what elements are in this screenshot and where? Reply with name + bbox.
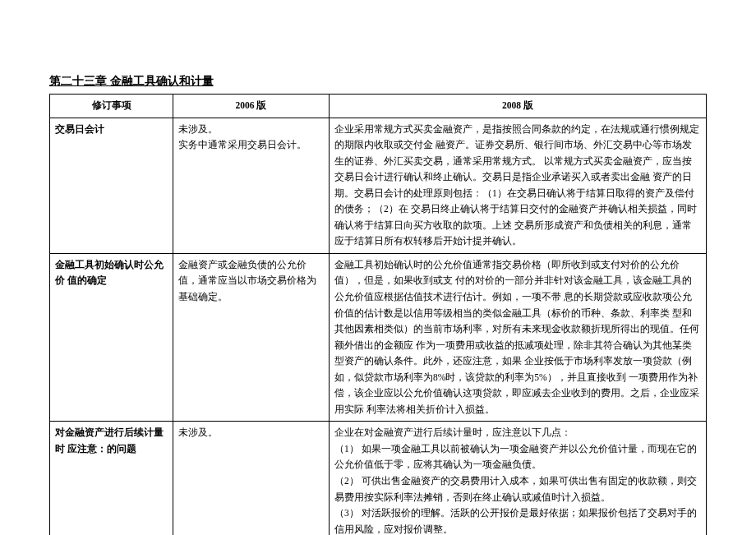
cell-2008: 企业在对金融资产进行后续计量时，应注意以下几点：（1） 如果一项金融工具以前被确… — [330, 422, 707, 535]
cell-2008: 企业采用常规方式买卖金融资产，是指按照合同条款的约定，在法规或通行惯例规定的期限… — [330, 118, 707, 253]
cell-2008: 金融工具初始确认时的公允价值通常指交易价格（即所收到或支付对价的公允价值），但是… — [330, 253, 707, 421]
chapter-heading: 第二十三章 金融工具确认和计量 — [49, 74, 707, 89]
revision-table: 修订事项 2006 版 2008 版 交易日会计 未涉及。实务中通常采用交易日会… — [49, 94, 707, 535]
cell-2006: 未涉及。实务中通常采用交易日会计。 — [173, 118, 330, 253]
header-2006: 2006 版 — [173, 95, 330, 118]
header-2008: 2008 版 — [330, 95, 707, 118]
table-row: 交易日会计 未涉及。实务中通常采用交易日会计。 企业采用常规方式买卖金融资产，是… — [50, 118, 707, 253]
cell-item: 交易日会计 — [50, 118, 173, 253]
table-row: 对金融资产进行后续计量时 应注意：的问题 未涉及。 企业在对金融资产进行后续计量… — [50, 422, 707, 535]
table-row: 金融工具初始确认时公允价 值的确定 金融资产或金融负债的公允价值，通常应当以市场… — [50, 253, 707, 421]
cell-2006: 未涉及。 — [173, 422, 330, 535]
header-item: 修订事项 — [50, 95, 173, 118]
cell-item: 金融工具初始确认时公允价 值的确定 — [50, 253, 173, 421]
cell-2006: 金融资产或金融负债的公允价值，通常应当以市场交易价格为基础确定。 — [173, 253, 330, 421]
cell-item: 对金融资产进行后续计量时 应注意：的问题 — [50, 422, 173, 535]
